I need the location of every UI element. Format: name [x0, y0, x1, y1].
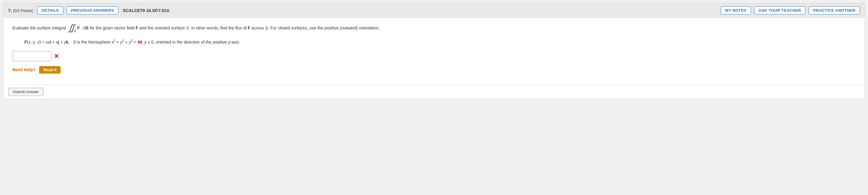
formula-F: F	[24, 40, 27, 44]
bold-S: S	[86, 26, 88, 30]
formula-radius: 49	[137, 40, 142, 44]
need-help-row: Need Help? Read It	[12, 66, 856, 74]
formula-y-axis: y	[228, 40, 230, 44]
practice-another-button[interactable]: PRACTICE ANOTHER	[809, 6, 860, 14]
formula-y: y	[33, 40, 35, 44]
formula-x: x	[28, 40, 30, 44]
formula-y3: y	[120, 40, 122, 44]
answer-row: ✕	[12, 51, 856, 61]
my-notes-button[interactable]: MY NOTES	[721, 6, 751, 14]
formula-i: i	[50, 40, 51, 44]
integral-glyphs: ∬S	[68, 24, 75, 32]
formula-z: z	[37, 40, 39, 44]
read-it-button[interactable]: Read It	[39, 66, 61, 74]
previous-answers-button[interactable]: PREVIOUS ANSWERS	[66, 6, 119, 14]
formula-y-cond: y	[144, 40, 147, 44]
submit-row: Submit Answer	[3, 84, 865, 99]
formula-j: j	[58, 40, 59, 44]
problem-points: [0/2 Points]	[13, 8, 33, 13]
bold-F: F	[77, 26, 80, 30]
integral-subscript: S	[73, 29, 76, 33]
problem-instruction: Evaluate the surface integral ∬S F · dS …	[12, 24, 856, 33]
need-help-label: Need Help?	[12, 67, 36, 72]
problem-body: Evaluate the surface integral ∬S F · dS …	[3, 18, 865, 84]
bold-F3: F	[248, 26, 250, 30]
problem-card: 7. [0/2 Points] DETAILS PREVIOUS ANSWERS…	[3, 3, 865, 99]
formula-S-label: S	[73, 40, 76, 44]
wrong-icon: ✕	[54, 52, 59, 60]
problem-code: SCALCET9 16.XP.7.014.	[123, 8, 170, 13]
instruction-middle: F · dS for the given vector field F and …	[77, 26, 380, 30]
formula-exp2: 2	[122, 39, 124, 42]
submit-button[interactable]: Submit Answer	[8, 88, 43, 96]
instruction-prefix: Evaluate the surface integral	[12, 26, 66, 30]
page-wrapper: 7. [0/2 Points] DETAILS PREVIOUS ANSWERS…	[0, 0, 868, 195]
italic-S: S	[186, 26, 189, 30]
bold-F2: F	[135, 26, 138, 30]
ask-teacher-button[interactable]: ASK YOUR TEACHER	[754, 6, 806, 14]
formula-exp1: 2	[114, 39, 116, 42]
formula-k: k	[66, 40, 68, 44]
italic-S2: S	[265, 26, 268, 30]
double-integral-symbol: ∬S	[68, 24, 75, 33]
problem-header: 7. [0/2 Points] DETAILS PREVIOUS ANSWERS…	[3, 3, 865, 18]
answer-input[interactable]	[12, 51, 52, 61]
details-button[interactable]: DETAILS	[37, 6, 63, 14]
formula-xz: xz	[45, 40, 50, 44]
problem-number: 7. [0/2 Points]	[8, 8, 33, 13]
formula-exp3: 2	[131, 39, 133, 42]
problem-number-value: 7.	[8, 8, 13, 13]
vector-field-formula: F(x, y, z) = xzi + xj + yk, S is the hem…	[24, 38, 856, 46]
